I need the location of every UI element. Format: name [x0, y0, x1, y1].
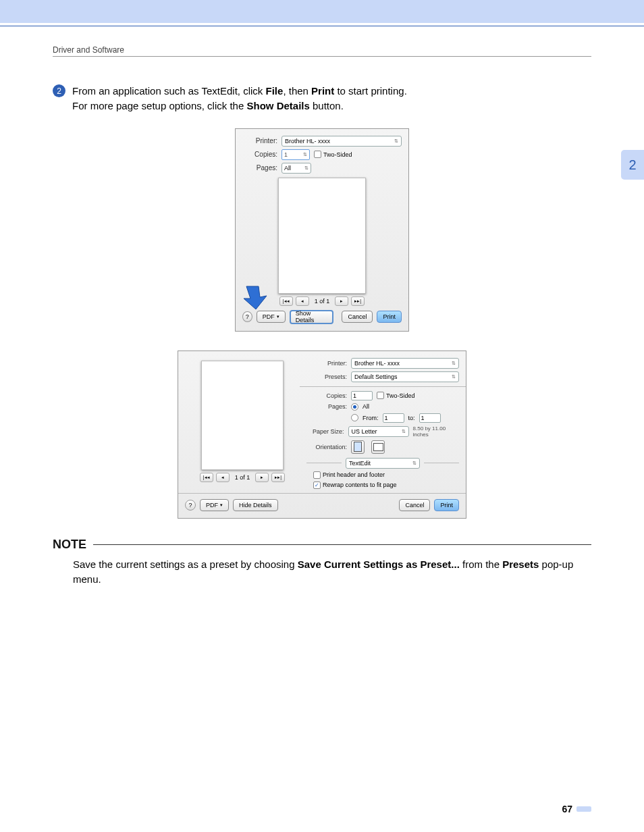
- chevron-updown-icon: ⇅: [304, 165, 308, 171]
- print-dialog-compact: Printer: Brother HL- xxxx⇅ Copies: 1⇅ Tw…: [235, 128, 409, 332]
- pager-next-button[interactable]: ▸: [335, 296, 348, 306]
- step-2: 2 From an application such as TextEdit, …: [53, 84, 591, 113]
- pager-last-button[interactable]: ▸▸|: [351, 296, 365, 306]
- note-rule: [93, 544, 591, 545]
- presets-label: Presets:: [306, 373, 347, 380]
- copies-label: Copies:: [306, 392, 347, 399]
- pdf-menu-button[interactable]: PDF ▾: [257, 311, 286, 323]
- print-header-footer-checkbox[interactable]: Print header and footer: [313, 471, 385, 479]
- presets-select[interactable]: Default Settings⇅: [351, 371, 459, 382]
- callout-arrow-icon: [240, 285, 271, 311]
- pager-prev-button[interactable]: ◂: [216, 473, 230, 482]
- landscape-icon: [373, 443, 383, 451]
- two-sided-checkbox[interactable]: Two-Sided: [377, 392, 415, 399]
- print-button[interactable]: Print: [377, 311, 402, 323]
- step-number-bullet: 2: [53, 84, 65, 97]
- section-title: Driver and Software: [53, 45, 591, 55]
- separator: [306, 463, 342, 463]
- step-text: From an application such as TextEdit, cl…: [72, 84, 407, 113]
- printer-select[interactable]: Brother HL- xxxx⇅: [351, 358, 459, 369]
- preview-pager: |◂◂ ◂ 1 of 1 ▸ ▸▸|: [185, 473, 300, 482]
- separator: [424, 463, 459, 463]
- page-number: 67: [562, 804, 572, 814]
- cancel-button[interactable]: Cancel: [399, 499, 430, 511]
- paper-size-select[interactable]: US Letter⇅: [348, 426, 409, 437]
- chevron-updown-icon: ⇅: [412, 461, 417, 466]
- pager-last-button[interactable]: ▸▸|: [271, 473, 285, 482]
- two-sided-checkbox[interactable]: Two-Sided: [314, 151, 352, 158]
- page-top-band: [0, 0, 644, 26]
- page-preview: [278, 178, 366, 294]
- section-rule: [53, 56, 591, 57]
- checkbox-checked-icon: ✓: [313, 482, 321, 489]
- pages-from-radio[interactable]: [351, 414, 358, 421]
- pages-select[interactable]: All⇅: [281, 163, 311, 174]
- pages-label: Pages:: [306, 403, 347, 410]
- note-body: Save the current settings as a preset by…: [73, 557, 591, 588]
- pager-first-button[interactable]: |◂◂: [200, 473, 213, 482]
- separator: [300, 386, 466, 387]
- chevron-updown-icon: ⇅: [394, 138, 398, 144]
- copies-input[interactable]: 1: [351, 391, 373, 400]
- pdf-menu-button[interactable]: PDF ▾: [200, 499, 229, 511]
- pager-text: 1 of 1: [315, 298, 330, 305]
- separator: [178, 493, 466, 494]
- pages-from-input[interactable]: 1: [383, 413, 404, 423]
- note-heading-row: NOTE: [53, 538, 591, 552]
- checkbox-icon: [377, 392, 384, 399]
- cancel-button[interactable]: Cancel: [342, 311, 373, 323]
- printer-select[interactable]: Brother HL- xxxx⇅: [281, 136, 402, 147]
- orientation-portrait-button[interactable]: [351, 440, 365, 454]
- help-button[interactable]: ?: [185, 500, 196, 511]
- pages-label: Pages:: [242, 164, 277, 172]
- note-heading: NOTE: [53, 538, 86, 552]
- pager-prev-button[interactable]: ◂: [296, 296, 309, 306]
- printer-label: Printer:: [242, 137, 277, 145]
- chevron-updown-icon: ⇅: [452, 374, 456, 380]
- page-footer: 67: [53, 804, 591, 814]
- orientation-label: Orientation:: [306, 444, 347, 450]
- pager-next-button[interactable]: ▸: [255, 473, 269, 482]
- pages-all-radio[interactable]: [351, 403, 358, 411]
- print-dialog-expanded: |◂◂ ◂ 1 of 1 ▸ ▸▸| Printer: Brother HL- …: [178, 350, 466, 519]
- orientation-landscape-button[interactable]: [371, 440, 385, 454]
- paper-size-label: Paper Size:: [306, 428, 344, 435]
- paper-size-dims: 8.50 by 11.00 inches: [413, 425, 459, 438]
- chevron-updown-icon: ⇅: [452, 361, 456, 366]
- rewrap-contents-checkbox[interactable]: ✓Rewrap contents to fit page: [313, 482, 397, 489]
- portrait-icon: [354, 442, 362, 452]
- copies-stepper[interactable]: 1⇅: [281, 149, 310, 160]
- options-section-select[interactable]: TextEdit⇅: [346, 458, 420, 469]
- print-button[interactable]: Print: [434, 499, 459, 511]
- chevron-updown-icon: ⇅: [402, 429, 406, 434]
- checkbox-icon: [313, 471, 321, 479]
- page-number-accent: [576, 806, 591, 812]
- checkbox-icon: [314, 151, 321, 158]
- show-details-button[interactable]: Show Details: [290, 310, 334, 324]
- stepper-icon: ⇅: [303, 152, 307, 157]
- page-preview: [201, 361, 284, 470]
- help-button[interactable]: ?: [242, 311, 252, 322]
- pages-to-input[interactable]: 1: [419, 413, 441, 423]
- copies-label: Copies:: [242, 151, 277, 158]
- chevron-down-icon: ▾: [277, 314, 279, 319]
- pager-first-button[interactable]: |◂◂: [279, 296, 293, 306]
- printer-label: Printer:: [306, 360, 347, 367]
- svg-marker-0: [244, 286, 267, 309]
- chevron-down-icon: ▾: [220, 502, 223, 508]
- pager-text: 1 of 1: [235, 474, 250, 481]
- hide-details-button[interactable]: Hide Details: [233, 499, 278, 511]
